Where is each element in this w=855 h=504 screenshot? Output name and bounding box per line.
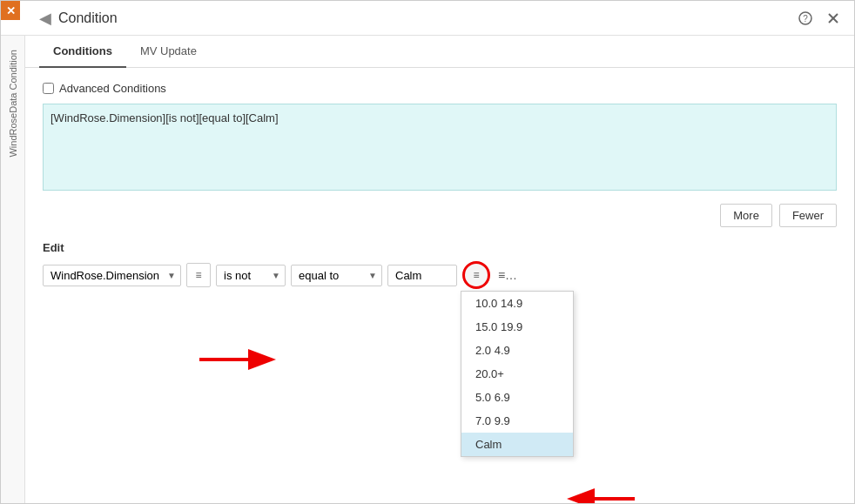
dropdown-item-1[interactable]: 15.0 19.9 (461, 315, 573, 339)
window-title: Condition (58, 10, 118, 26)
field-select[interactable]: WindRose.Dimension (43, 265, 181, 286)
back-button[interactable]: ◀ (39, 9, 51, 28)
dropdown-item-4[interactable]: 5.0 6.9 (461, 386, 573, 409)
value-input[interactable] (387, 265, 457, 286)
operator1-select[interactable]: is not is (216, 265, 286, 286)
list-icon-button[interactable]: ≡ (186, 263, 211, 287)
main-window: ✕ ◀ Condition ? WindR (0, 0, 855, 504)
operator2-dropdown-wrapper: equal to less than greater than ▼ (291, 265, 382, 286)
sidebar-label: WindRoseData Condition (8, 50, 18, 158)
filter-settings-button[interactable]: ≡… (495, 263, 520, 287)
field-dropdown-wrapper: WindRose.Dimension ▼ (43, 265, 181, 286)
tab-bar: Conditions MV Update (25, 36, 854, 68)
corner-x-button[interactable]: ✕ (1, 1, 20, 20)
operator1-dropdown-wrapper: is not is ▼ (216, 265, 286, 286)
buttons-row: More Fewer (43, 204, 837, 227)
advanced-conditions-checkbox[interactable] (43, 83, 54, 94)
advanced-conditions-label[interactable]: Advanced Conditions (59, 82, 166, 95)
title-bar-left: ◀ Condition (11, 9, 118, 28)
edit-row: WindRose.Dimension ▼ ≡ is not (43, 261, 837, 289)
value-dropdown-list: 10.0 14.9 15.0 19.9 2.0 4.9 20.0+ 5.0 6.… (461, 291, 574, 457)
title-bar-actions: ? (795, 8, 844, 29)
dropdown-item-5[interactable]: 7.0 9.9 (461, 409, 573, 433)
condition-textarea[interactable]: [WindRose.Dimension][is not][equal to][C… (43, 104, 837, 191)
svg-text:?: ? (803, 14, 808, 24)
close-button[interactable] (823, 8, 844, 29)
dropdown-item-3[interactable]: 20.0+ (461, 362, 573, 386)
fewer-button[interactable]: Fewer (779, 204, 837, 227)
more-button[interactable]: More (720, 204, 772, 227)
value-list-button[interactable]: ≡ (462, 261, 490, 289)
dropdown-item-2[interactable]: 2.0 4.9 (461, 339, 573, 362)
tab-mv-update[interactable]: MV Update (126, 36, 211, 68)
content-body: Advanced Conditions [WindRose.Dimension]… (25, 68, 854, 503)
sidebar: WindRoseData Condition (1, 36, 25, 503)
help-button[interactable]: ? (795, 8, 816, 29)
title-bar: ◀ Condition ? (1, 1, 854, 36)
content-area: Conditions MV Update Advanced Conditions… (25, 36, 854, 503)
edit-section: Edit WindRose.Dimension ▼ ≡ (43, 241, 837, 289)
tab-conditions[interactable]: Conditions (39, 36, 126, 68)
dropdown-item-6[interactable]: Calm (461, 433, 573, 456)
edit-label: Edit (43, 241, 837, 254)
operator2-select[interactable]: equal to less than greater than (291, 265, 382, 286)
dropdown-item-0[interactable]: 10.0 14.9 (461, 292, 573, 315)
main-layout: WindRoseData Condition Conditions MV Upd… (1, 36, 854, 503)
advanced-conditions-row: Advanced Conditions (43, 82, 837, 95)
